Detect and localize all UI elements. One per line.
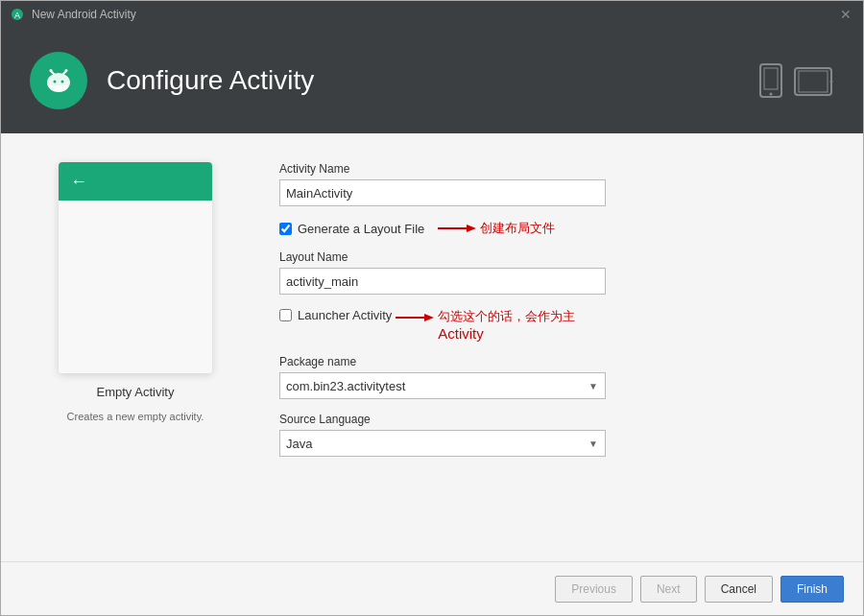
activity-name-input[interactable] [279,179,606,206]
launcher-activity-checkbox[interactable] [279,309,292,321]
generate-layout-label[interactable]: Generate a Layout File [298,222,424,236]
package-name-select[interactable]: com.bin23.activitytest [279,372,606,399]
svg-point-8 [61,81,64,83]
launcher-annotation-line2: Activity [438,325,575,342]
svg-rect-12 [795,68,831,95]
svg-point-4 [50,69,53,72]
generate-layout-annotation: 创建布局文件 [438,220,555,237]
source-language-select[interactable]: Java Kotlin [279,430,606,457]
phone-status-bar: ← [59,162,212,201]
svg-text:A: A [14,11,20,20]
source-language-label: Source Language [279,413,834,426]
layout-name-label: Layout Name [279,250,834,264]
phone-body [59,201,212,373]
svg-rect-13 [799,71,828,92]
svg-marker-16 [467,225,476,232]
tablet-icon [794,67,834,98]
package-name-select-wrapper: com.bin23.activitytest ▼ [279,372,606,399]
title-bar-text: New Android Activity [32,8,136,21]
header-title: Configure Activity [107,65,314,96]
next-button[interactable]: Next [640,576,697,603]
footer: Previous Next Cancel Finish [1,561,863,615]
android-logo [30,52,87,109]
left-panel: ← Empty Activity Creates a new empty act… [30,162,241,533]
preview-label: Empty Activity [97,385,175,399]
annotation-arrow-icon [438,221,476,236]
launcher-annotation-line1: 勾选这个的话，会作为主 [438,308,575,325]
layout-name-group: Layout Name [279,250,834,295]
main-window: A New Android Activity ✕ [0,0,864,616]
generate-layout-annotation-text: 创建布局文件 [480,220,555,237]
svg-rect-9 [760,64,781,97]
launcher-activity-label[interactable]: Launcher Activity [298,308,392,322]
source-language-group: Source Language Java Kotlin ▼ [279,413,834,457]
svg-marker-18 [424,314,434,321]
svg-point-11 [770,93,773,96]
device-icons [757,63,834,98]
title-android-icon: A [11,8,24,21]
package-name-label: Package name [279,355,834,368]
layout-name-input[interactable] [279,268,606,295]
svg-rect-10 [764,68,778,89]
android-icon [41,63,76,98]
activity-name-label: Activity Name [279,162,834,176]
launcher-annotation-arrow-icon [396,308,434,327]
svg-point-14 [830,81,833,83]
right-panel: Activity Name Generate a Layout File 创建布… [279,162,834,533]
svg-point-6 [65,69,68,72]
generate-layout-checkbox[interactable] [279,223,292,235]
phone-preview: ← [59,162,212,373]
title-bar: A New Android Activity ✕ [1,1,863,28]
finish-button[interactable]: Finish [780,576,844,603]
phone-icon [757,63,786,98]
close-button[interactable]: ✕ [840,8,853,21]
content-area: ← Empty Activity Creates a new empty act… [1,133,863,561]
launcher-activity-row: Launcher Activity 勾选这个的话，会作为主 Activity [279,308,834,342]
cancel-button[interactable]: Cancel [705,576,773,603]
header: Configure Activity [1,28,863,133]
generate-layout-row: Generate a Layout File 创建布局文件 [279,220,834,237]
package-name-group: Package name com.bin23.activitytest ▼ [279,355,834,399]
preview-description: Creates a new empty activity. [67,411,204,422]
svg-point-7 [54,81,57,83]
activity-name-group: Activity Name [279,162,834,206]
source-language-select-wrapper: Java Kotlin ▼ [279,430,606,457]
previous-button[interactable]: Previous [555,576,633,603]
